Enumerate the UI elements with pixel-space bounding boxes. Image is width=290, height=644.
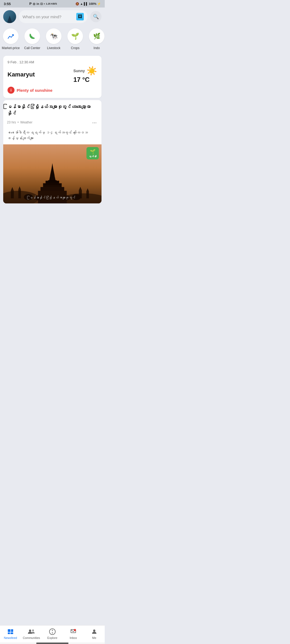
post-card: မြန်မာနိုင်ငံမြို့နယ်အများစုတွင် အအေးလျေ… bbox=[3, 100, 102, 203]
svg-rect-8 bbox=[86, 191, 89, 198]
wifi-icon: ▲ bbox=[80, 2, 83, 5]
post-time: 23 hrs bbox=[7, 120, 16, 124]
svg-marker-16 bbox=[49, 166, 56, 181]
avatar-image bbox=[3, 10, 16, 23]
camera-icon: ⊡ bbox=[40, 2, 43, 6]
quick-item-indo[interactable]: 🌿 Indo bbox=[86, 28, 105, 50]
post-dot: • bbox=[17, 120, 19, 124]
svg-rect-2 bbox=[11, 191, 14, 198]
weather-card: 9 Feb . 12:30 AM Kamaryut Sunny ☀️ 17 °C… bbox=[3, 56, 102, 98]
market-price-icon bbox=[3, 28, 19, 44]
post-category: Weather bbox=[20, 120, 32, 124]
call-center-label: Call Center bbox=[24, 46, 40, 50]
quick-access-bar: Market-price Call Center 🐄 Livestock 🌱 C… bbox=[0, 26, 105, 54]
post-meta-left: 23 hrs • Weather bbox=[7, 120, 32, 124]
post-body: ဧဧဘော်ဝါရီလ ရရက်မှ ၁၄ရက်အတွင်း မိုးလေဝသ … bbox=[3, 128, 102, 144]
indo-icon: 🌿 bbox=[89, 28, 104, 44]
livestock-label: Livestock bbox=[47, 46, 60, 50]
weather-condition: Sunny bbox=[73, 69, 85, 73]
photo-icon: 🖼 bbox=[76, 13, 84, 20]
post-header: မြန်မာနိုင်ငံမြို့နယ်အများစုတွင် အအေးလျေ… bbox=[3, 100, 102, 128]
overlay-badge: 🌱 ထွက်တိုး bbox=[86, 147, 99, 159]
market-price-label: Market-price bbox=[2, 46, 20, 50]
crops-label: Crops bbox=[71, 46, 79, 50]
badge-plant-icon: 🌱 bbox=[90, 149, 96, 155]
avatar[interactable] bbox=[3, 10, 16, 23]
quick-item-crops[interactable]: 🌱 Crops bbox=[64, 28, 86, 50]
svg-rect-4 bbox=[18, 189, 21, 198]
status-time: 3:55 bbox=[4, 2, 11, 6]
post-meta: 23 hrs • Weather ··· bbox=[7, 119, 98, 126]
svg-marker-9 bbox=[86, 188, 89, 191]
quick-item-market-price[interactable]: Market-price bbox=[0, 28, 21, 50]
dot-icon: • bbox=[44, 2, 45, 5]
pinterest-icon: 𝗣 bbox=[29, 2, 32, 6]
call-center-icon bbox=[24, 28, 40, 44]
weather-main-row: Kamaryut Sunny ☀️ 17 °C bbox=[8, 66, 97, 83]
weather-description: i Plenty of sunshine bbox=[8, 87, 97, 94]
weather-right: Sunny ☀️ 17 °C bbox=[73, 66, 97, 83]
circle-icon: ◎ bbox=[33, 2, 35, 6]
info-icon: i bbox=[8, 87, 15, 94]
search-placeholder: What's on your mind? bbox=[23, 14, 74, 19]
more-options-button[interactable]: ··· bbox=[91, 119, 98, 126]
indo-label: Indo bbox=[93, 46, 100, 50]
image-caption: မြန်မာနိုင်ငံမြို့နယ်အများစုတွင် bbox=[30, 196, 75, 200]
post-title: မြန်မာနိုင်ငံမြို့နယ်အများစုတွင် အအေးလျေ… bbox=[7, 104, 98, 117]
weather-location: Kamaryut bbox=[8, 71, 35, 78]
svg-rect-17 bbox=[48, 180, 57, 182]
status-right: 🔕 ▲ ▌▌ 100% ⚡ bbox=[75, 2, 101, 6]
weather-datetime: 9 Feb . 12:30 AM bbox=[8, 60, 97, 64]
main-content: What's on your mind? 🖼 🔍 Market-price bbox=[0, 8, 105, 227]
linkedin-icon: in bbox=[37, 2, 39, 5]
svg-marker-5 bbox=[18, 186, 21, 189]
battery-charge-icon: ⚡ bbox=[97, 2, 101, 6]
battery-text: 100% bbox=[89, 2, 96, 5]
status-icons: 𝗣 ◎ in ⊡ • 1.25 KB/S bbox=[29, 2, 57, 6]
search-header: What's on your mind? 🖼 🔍 bbox=[0, 8, 105, 26]
quick-item-livestock[interactable]: 🐄 Livestock bbox=[43, 28, 64, 50]
svg-marker-3 bbox=[11, 187, 14, 191]
mute-icon: 🔕 bbox=[75, 2, 79, 6]
badge-text: ထွက်တိုး bbox=[89, 155, 97, 158]
network-speed: 1.25 KB/S bbox=[46, 2, 57, 5]
search-box[interactable]: What's on your mind? 🖼 bbox=[19, 10, 88, 23]
sun-icon: ☀️ bbox=[86, 66, 97, 76]
weather-temperature: 17 °C bbox=[73, 76, 97, 83]
svg-rect-19 bbox=[45, 184, 60, 185]
livestock-icon: 🐄 bbox=[46, 28, 61, 44]
post-image: 🌱 ထွက်တိုး မြန်မာနိုင်ငံမြို့နယ်အများစုတ… bbox=[3, 144, 102, 203]
weather-sunshine-text: Plenty of sunshine bbox=[17, 88, 52, 93]
crops-icon: 🌱 bbox=[67, 28, 83, 44]
svg-marker-7 bbox=[79, 187, 82, 190]
status-bar: 3:55 𝗣 ◎ in ⊡ • 1.25 KB/S 🔕 ▲ ▌▌ 100% ⚡ bbox=[0, 0, 105, 8]
svg-rect-18 bbox=[46, 182, 58, 184]
signal-icon: ▌▌ bbox=[84, 2, 88, 5]
quick-item-call-center[interactable]: Call Center bbox=[21, 28, 43, 50]
search-button[interactable]: 🔍 bbox=[90, 11, 102, 22]
